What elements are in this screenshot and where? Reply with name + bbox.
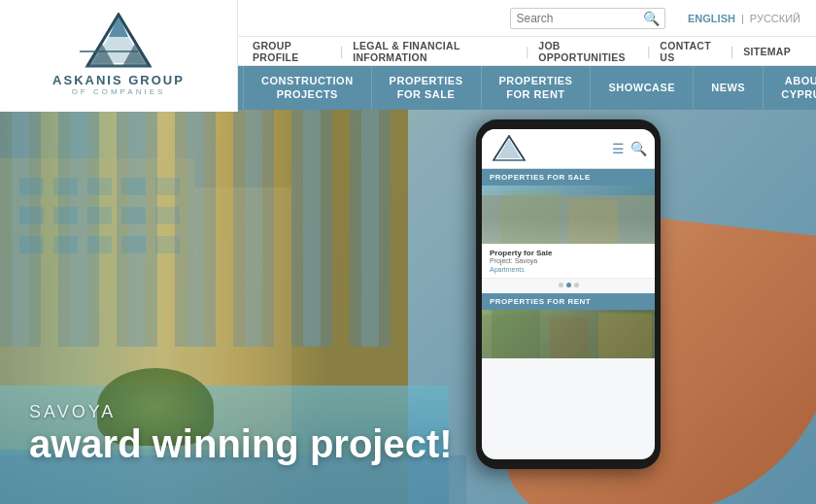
nav-showcase[interactable]: SHOWCASE xyxy=(591,66,694,110)
phone-properties-rent-section: PROPERTIES FOR RENT xyxy=(482,293,655,310)
logo-text: ASKANIS GROUP xyxy=(52,73,185,87)
phone-section2-title: PROPERTIES FOR RENT xyxy=(490,297,647,306)
phone-card-project: Project: Savoya xyxy=(490,257,647,264)
lang-english[interactable]: ENGLISH xyxy=(688,13,735,24)
phone-building-svg xyxy=(482,185,655,244)
svg-rect-14 xyxy=(53,207,78,224)
lang-separator: | xyxy=(741,13,744,24)
phone-nav-icons: ☰ 🔍 xyxy=(612,141,647,156)
phone-carousel-dots xyxy=(482,279,655,291)
phone-body: ☰ 🔍 PROPERTIES FOR SALE xyxy=(476,119,661,469)
phone-hamburger-icon: ☰ xyxy=(612,141,625,156)
svg-rect-30 xyxy=(550,318,589,358)
svg-rect-10 xyxy=(87,178,112,195)
phone-property-card: Property for Sale Project: Savoya Apartm… xyxy=(482,244,655,279)
phone-property-image-2 xyxy=(482,310,655,358)
svg-rect-16 xyxy=(121,207,146,224)
nav-properties-rent[interactable]: PROPERTIESFOR RENT xyxy=(482,66,592,110)
sec-nav-jobs[interactable]: JOB OPPORTUNITIES xyxy=(528,40,647,63)
svg-rect-27 xyxy=(569,200,618,244)
sec-nav-sitemap[interactable]: SITEMAP xyxy=(733,46,800,57)
phone-section1-title: PROPERTIES FOR SALE xyxy=(490,173,647,182)
phone-search-icon: 🔍 xyxy=(630,141,647,156)
svg-rect-8 xyxy=(19,178,44,195)
svg-rect-22 xyxy=(155,236,180,253)
phone-dot-2 xyxy=(566,283,571,287)
svg-rect-17 xyxy=(155,207,180,224)
search-wrapper[interactable]: 🔍 xyxy=(510,8,665,29)
phone-dot-1 xyxy=(559,283,563,287)
svg-rect-20 xyxy=(87,236,112,253)
svg-rect-11 xyxy=(121,178,146,195)
logo-icon xyxy=(80,13,157,71)
svg-rect-31 xyxy=(598,313,652,358)
hero-label: SAVOYA xyxy=(29,402,453,422)
logo-block: ASKANIS GROUP OF COMPANIES xyxy=(0,0,238,112)
nav-properties-sale[interactable]: PROPERTIESFOR SALE xyxy=(372,66,482,110)
search-icon: 🔍 xyxy=(643,11,660,26)
nav-construction[interactable]: CONSTRUCTIONPROJECTS xyxy=(243,66,372,110)
logo-subtext: OF COMPANIES xyxy=(72,87,166,96)
sec-nav-contact[interactable]: CONTACT US xyxy=(650,40,731,63)
sec-nav-group-profile[interactable]: GROUP PROFILE xyxy=(243,40,340,63)
sec-nav-legal[interactable]: LEGAL & FINANCIAL INFORMATION xyxy=(343,40,526,63)
phone-properties-sale-section: PROPERTIES FOR SALE xyxy=(482,169,655,185)
svg-rect-18 xyxy=(19,236,44,253)
search-input[interactable] xyxy=(517,12,643,25)
svg-rect-15 xyxy=(87,207,112,224)
phone-mockup: ☰ 🔍 PROPERTIES FOR SALE xyxy=(457,110,816,504)
svg-rect-26 xyxy=(501,190,560,244)
hero-section: SAVOYA award winning project! ☰ 🔍 xyxy=(0,110,816,504)
hero-text: SAVOYA award winning project! xyxy=(29,402,453,465)
svg-rect-13 xyxy=(19,207,44,224)
svg-rect-12 xyxy=(155,178,180,195)
phone-logo-mini xyxy=(490,135,528,162)
phone-dot-3 xyxy=(574,283,579,287)
svg-rect-29 xyxy=(492,310,540,358)
svg-rect-21 xyxy=(121,236,146,253)
phone-screen: ☰ 🔍 PROPERTIES FOR SALE xyxy=(482,129,655,459)
phone-rent-building-svg xyxy=(482,310,655,358)
nav-about-cyprus[interactable]: ABOUTCYPRUS xyxy=(764,66,816,110)
phone-header: ☰ 🔍 xyxy=(482,129,655,169)
hero-title: award winning project! xyxy=(29,422,453,465)
svg-rect-19 xyxy=(53,236,78,253)
nav-news[interactable]: NEWS xyxy=(694,66,764,110)
language-bar: ENGLISH | РУССКИЙ xyxy=(688,13,800,24)
lang-russian[interactable]: РУССКИЙ xyxy=(750,13,800,24)
svg-rect-9 xyxy=(53,178,78,195)
phone-property-image-1 xyxy=(482,185,655,244)
phone-card-type: Apartments xyxy=(490,266,647,273)
phone-card-title: Property for Sale xyxy=(490,249,647,257)
